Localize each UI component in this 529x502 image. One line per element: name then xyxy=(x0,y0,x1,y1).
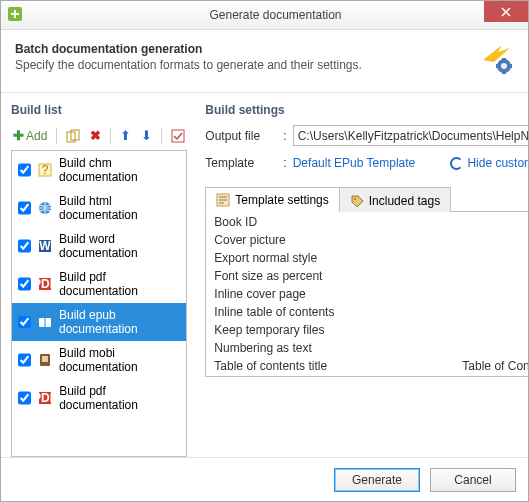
move-up-button[interactable]: ⬆ xyxy=(118,127,133,144)
output-file-input[interactable]: C:\Users\KellyFitzpatrick\Documents\Help… xyxy=(293,125,528,146)
svg-point-23 xyxy=(354,198,356,200)
setting-label: Numbering as text xyxy=(214,341,528,355)
setting-label: Font size as percent xyxy=(214,269,528,283)
template-tab-icon xyxy=(216,193,230,207)
close-button[interactable] xyxy=(484,1,528,22)
word-icon: W xyxy=(37,238,53,254)
tags-tab-icon xyxy=(350,194,364,208)
setting-label: Cover picture xyxy=(214,233,528,247)
build-item-checkbox[interactable] xyxy=(18,315,31,329)
epub-icon xyxy=(37,314,53,330)
close-icon xyxy=(501,7,511,17)
html-icon xyxy=(37,200,53,216)
svg-rect-4 xyxy=(502,71,506,74)
build-item-checkbox[interactable] xyxy=(18,353,31,367)
build-item-label: Build pdf documentation xyxy=(59,270,180,298)
build-item-label: Build chm documentation xyxy=(59,156,180,184)
chm-icon: ? xyxy=(37,162,53,178)
build-item-checkbox[interactable] xyxy=(18,277,31,291)
cancel-button[interactable]: Cancel xyxy=(430,468,516,492)
build-list-item[interactable]: WBuild word documentation xyxy=(12,227,186,265)
setting-label: Inline table of contents xyxy=(214,305,528,319)
build-list-item[interactable]: Build html documentation xyxy=(12,189,186,227)
setting-label: Book ID xyxy=(214,215,528,229)
svg-rect-9 xyxy=(172,130,184,142)
build-list[interactable]: ?Build chm documentationBuild html docum… xyxy=(11,150,187,457)
header-title: Batch documentation generation xyxy=(15,42,480,56)
tab-template-settings[interactable]: Template settings xyxy=(205,187,339,212)
move-down-button[interactable]: ⬇ xyxy=(139,127,154,144)
build-list-item[interactable]: ?Build chm documentation xyxy=(12,151,186,189)
build-item-checkbox[interactable] xyxy=(18,239,31,253)
build-item-label: Build html documentation xyxy=(59,194,180,222)
setting-row[interactable]: Keep temporary files xyxy=(206,321,528,339)
output-file-row: Output file : C:\Users\KellyFitzpatrick\… xyxy=(205,125,528,146)
hide-customization-link[interactable]: Hide customization xyxy=(450,156,528,170)
build-list-toolbar: ✚Add ✖ ⬆ ⬇ xyxy=(11,125,187,150)
settings-tabs: Template settings Included tags xyxy=(205,186,528,212)
build-list-item[interactable]: Build epub documentation xyxy=(12,303,186,341)
setting-row[interactable]: Cover picture xyxy=(206,231,528,249)
build-item-checkbox[interactable] xyxy=(18,201,31,215)
arrow-up-icon: ⬆ xyxy=(120,128,131,143)
build-list-item[interactable]: PDFBuild pdf documentation xyxy=(12,265,186,303)
refresh-icon xyxy=(450,157,463,170)
setting-label: Keep temporary files xyxy=(214,323,528,337)
duplicate-button[interactable] xyxy=(64,128,82,144)
header-subtitle: Specify the documentation formats to gen… xyxy=(15,58,480,72)
app-icon xyxy=(7,6,23,25)
delete-icon: ✖ xyxy=(90,128,101,143)
setting-row[interactable]: Inline cover page xyxy=(206,285,528,303)
window-title: Generate documentation xyxy=(23,8,528,22)
duplicate-icon xyxy=(66,129,80,143)
output-file-label: Output file xyxy=(205,129,277,143)
build-item-label: Build pdf documentation xyxy=(59,384,180,412)
mobi-icon xyxy=(37,352,53,368)
build-list-item[interactable]: PDFBuild pdf documentation xyxy=(12,379,186,417)
add-button[interactable]: ✚Add xyxy=(11,127,49,144)
template-link[interactable]: Default EPub Template xyxy=(293,156,416,170)
pdf-icon: PDF xyxy=(37,276,53,292)
dialog-footer: Generate Cancel xyxy=(1,457,528,501)
svg-text:PDF: PDF xyxy=(37,391,53,405)
svg-rect-5 xyxy=(496,64,499,68)
svg-text:?: ? xyxy=(42,163,49,177)
setting-row[interactable]: Inline table of contents xyxy=(206,303,528,321)
setting-value: Table of Contents xyxy=(462,359,528,373)
build-item-label: Build mobi documentation xyxy=(59,346,180,374)
svg-text:W: W xyxy=(39,239,51,253)
check-all-button[interactable] xyxy=(169,128,187,144)
setting-row[interactable]: Book ID xyxy=(206,213,528,231)
template-label: Template xyxy=(205,156,277,170)
setting-label: Inline cover page xyxy=(214,287,528,301)
setting-label: Table of contents title xyxy=(214,359,462,373)
build-settings-title: Build settings xyxy=(205,103,528,117)
tab-included-tags[interactable]: Included tags xyxy=(339,187,451,212)
setting-row[interactable]: Font size as percent xyxy=(206,267,528,285)
plus-icon: ✚ xyxy=(13,128,24,143)
wizard-icon xyxy=(480,42,514,76)
template-row: Template : Default EPub Template Hide cu… xyxy=(205,156,528,170)
generate-button[interactable]: Generate xyxy=(334,468,420,492)
build-item-checkbox[interactable] xyxy=(18,391,31,405)
svg-point-2 xyxy=(501,63,507,69)
build-item-checkbox[interactable] xyxy=(18,163,31,177)
setting-row[interactable]: Export normal style xyxy=(206,249,528,267)
svg-rect-19 xyxy=(42,356,48,362)
build-item-label: Build epub documentation xyxy=(59,308,180,336)
setting-row[interactable]: Table of contents titleTable of Contents xyxy=(206,357,528,375)
svg-text:PDF: PDF xyxy=(37,277,53,291)
template-settings-grid: Book IDCover pictureExport normal styleF… xyxy=(205,212,528,377)
setting-row[interactable]: Numbering as text xyxy=(206,339,528,357)
build-item-label: Build word documentation xyxy=(59,232,180,260)
pdf-icon: PDF xyxy=(37,390,53,406)
svg-rect-6 xyxy=(509,64,512,68)
check-all-icon xyxy=(171,129,185,143)
arrow-down-icon: ⬇ xyxy=(141,128,152,143)
titlebar: Generate documentation xyxy=(1,1,528,30)
build-list-title: Build list xyxy=(11,103,187,117)
delete-button[interactable]: ✖ xyxy=(88,127,103,144)
build-list-item[interactable]: Build mobi documentation xyxy=(12,341,186,379)
setting-label: Export normal style xyxy=(214,251,528,265)
header: Batch documentation generation Specify t… xyxy=(1,30,528,92)
